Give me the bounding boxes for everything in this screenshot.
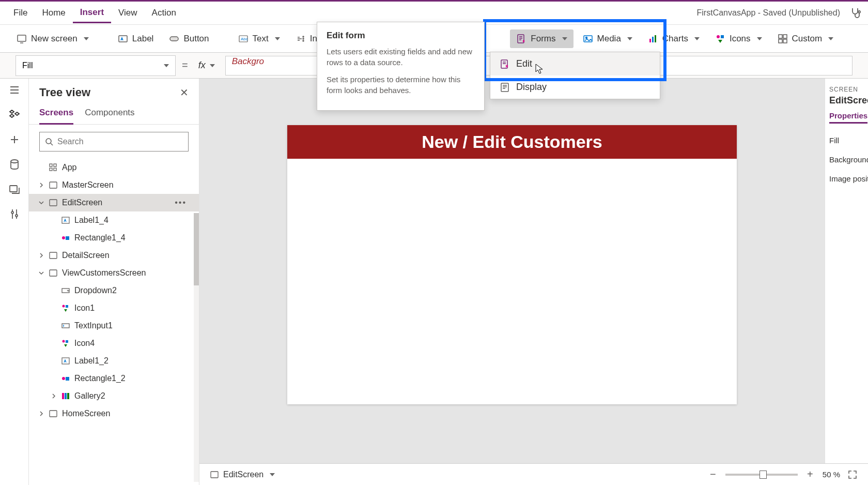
svg-rect-31 [50, 200, 57, 206]
forms-display-option[interactable]: Display [490, 75, 660, 99]
tab-components[interactable]: Components [85, 102, 134, 124]
search-icon [45, 138, 53, 146]
forms-edit-option[interactable]: Edit [490, 52, 660, 75]
tree-item-label: Icon4 [74, 339, 95, 348]
scrollbar-thumb[interactable] [194, 213, 199, 285]
media-button[interactable]: Media [577, 29, 639, 48]
tree-item-icon4[interactable]: Icon4 [29, 335, 199, 352]
tree-item-homescreen[interactable]: HomeScreen [29, 405, 199, 422]
tree-item-textinput1[interactable]: TextInput1 [29, 317, 199, 335]
chevron-right-icon[interactable] [51, 393, 57, 399]
screen-icon [49, 268, 58, 278]
fx-button[interactable]: fx [194, 60, 219, 71]
tree-view-icon[interactable] [8, 109, 21, 121]
breadcrumb[interactable]: EditScreen [210, 470, 275, 479]
prop-fill[interactable]: Fill [829, 131, 864, 150]
gallery-icon [61, 391, 70, 401]
screen-icon [49, 409, 58, 418]
tree-item-icon1[interactable]: Icon1 [29, 299, 199, 317]
icons-btn-label: Icons [730, 34, 751, 44]
menu-home[interactable]: Home [35, 4, 72, 22]
insert-icon[interactable] [8, 133, 21, 146]
data-icon[interactable] [8, 158, 21, 171]
more-icon[interactable]: ••• [175, 198, 187, 207]
advanced-tools-icon[interactable] [8, 208, 21, 220]
fit-to-screen-icon[interactable] [847, 469, 858, 480]
svg-rect-14 [655, 35, 656, 42]
tree-item-label: Icon1 [74, 304, 95, 313]
close-icon[interactable]: ✕ [180, 86, 189, 99]
custom-button[interactable]: Custom [771, 29, 840, 48]
svg-point-8 [303, 40, 304, 41]
charts-btn-label: Charts [662, 34, 688, 44]
tree-item-gallery2[interactable]: Gallery2 [29, 387, 199, 405]
forms-button[interactable]: Forms [510, 29, 573, 48]
menu-file[interactable]: File [6, 4, 35, 22]
icons-icon [715, 34, 725, 44]
svg-rect-40 [62, 324, 69, 328]
tree-item-rect12[interactable]: Rectangle1_2 [29, 370, 199, 387]
text-button[interactable]: Abc Text [232, 29, 286, 48]
text-btn-label: Text [253, 34, 269, 44]
label-button[interactable]: Label [112, 29, 160, 48]
svg-rect-12 [649, 39, 651, 42]
tree-item-editscreen[interactable]: EditScreen ••• [29, 194, 199, 211]
prop-image-position[interactable]: Image positi [829, 169, 864, 188]
tree-item-label12[interactable]: Label1_2 [29, 352, 199, 370]
svg-rect-29 [54, 168, 56, 171]
tree-item-rect14[interactable]: Rectangle1_4 [29, 229, 199, 247]
zoom-slider-thumb[interactable] [760, 471, 767, 479]
button-button[interactable]: Button [163, 29, 215, 48]
zoom-in-button[interactable]: + [805, 468, 815, 480]
canvas-screen[interactable]: New / Edit Customers [287, 125, 737, 404]
app-save-status: FirstCanvasApp - Saved (Unpublished) [697, 8, 840, 18]
custom-icon [778, 34, 788, 44]
svg-rect-20 [783, 39, 787, 43]
svg-rect-46 [62, 393, 64, 399]
screen-header-label[interactable]: New / Edit Customers [287, 125, 737, 159]
edit-form-tooltip: Edit form Lets users edit existing field… [317, 22, 485, 111]
new-screen-button[interactable]: New screen [10, 29, 95, 48]
chevron-right-icon[interactable] [38, 411, 44, 417]
chevron-down-icon [84, 37, 89, 40]
app-checker-icon[interactable] [849, 7, 862, 19]
chevron-right-icon[interactable] [38, 182, 44, 188]
menu-insert[interactable]: Insert [73, 3, 111, 23]
dropdown-icon [61, 286, 70, 295]
tree-item-dropdown2[interactable]: Dropdown2 [29, 282, 199, 299]
text-icon: Abc [238, 34, 249, 44]
icons-button[interactable]: Icons [709, 29, 768, 48]
tree-item-viewcustomers[interactable]: ViewCustomersScreen [29, 264, 199, 282]
tab-screens[interactable]: Screens [39, 102, 73, 125]
tree-item-masterscreen[interactable]: MasterScreen [29, 176, 199, 194]
edit-form-icon [500, 59, 510, 69]
forms-display-label: Display [516, 82, 547, 93]
new-screen-label: New screen [31, 34, 78, 44]
charts-button[interactable]: Charts [642, 29, 706, 48]
menu-action[interactable]: Action [145, 4, 183, 22]
media-rail-icon[interactable] [8, 183, 21, 195]
chevron-right-icon[interactable] [38, 252, 44, 259]
tree-item-label14[interactable]: Label1_4 [29, 211, 199, 229]
canvas-area[interactable]: New / Edit Customers [199, 79, 825, 485]
tree-search-input[interactable] [57, 137, 183, 146]
tree-item-detailscreen[interactable]: DetailScreen [29, 247, 199, 264]
prop-background[interactable]: Background [829, 150, 864, 169]
chevron-down-icon[interactable] [38, 270, 44, 276]
props-tab-properties[interactable]: Properties [829, 111, 867, 124]
chevron-down-icon[interactable] [38, 200, 44, 206]
zoom-out-button[interactable]: − [708, 468, 718, 480]
label-icon [61, 356, 70, 366]
zoom-slider[interactable] [725, 474, 798, 476]
svg-rect-34 [66, 236, 69, 240]
tree-search[interactable] [39, 132, 189, 151]
svg-rect-39 [66, 305, 68, 308]
props-type-label: SCREEN [829, 86, 864, 93]
tree-item-label: TextInput1 [74, 321, 113, 330]
property-selector[interactable]: Fill [16, 55, 176, 76]
label-icon [118, 34, 128, 44]
hamburger-icon[interactable] [8, 84, 21, 96]
menu-view[interactable]: View [111, 4, 145, 22]
svg-point-25 [46, 139, 51, 144]
tree-item-app[interactable]: App [29, 159, 199, 176]
